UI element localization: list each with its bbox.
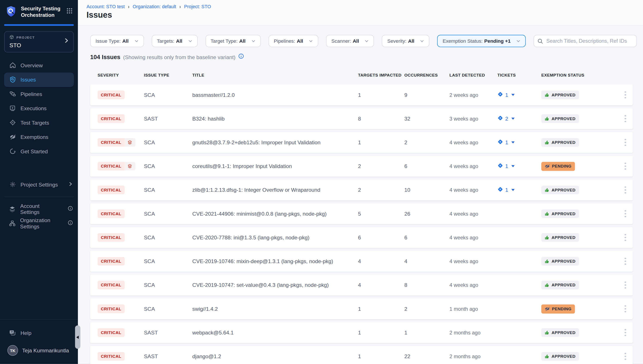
table-row[interactable]: CRITICAL SCA swig//1.4.2 1 2 1 month ago bbox=[90, 298, 633, 319]
issue-type: SAST bbox=[144, 116, 192, 122]
thumbs-up-icon bbox=[545, 116, 549, 121]
targets-impacted: 1 bbox=[358, 139, 404, 146]
exemption-status-badge: APPROVED bbox=[541, 328, 579, 337]
table-row[interactable]: CRITICAL SCA zlib@1:1.2.13.dfsg-1: Integ… bbox=[90, 180, 633, 200]
chevron-right-icon: › bbox=[180, 4, 181, 9]
sidebar-header: Security Testing Orchestration bbox=[0, 0, 78, 23]
table-row[interactable]: CRITICAL SCA bassmaster//1.2.0 1 9 2 wee… bbox=[90, 84, 633, 106]
svg-text:?: ? bbox=[11, 330, 13, 334]
info-icon[interactable] bbox=[238, 53, 244, 60]
user-menu[interactable]: TK Teja Kummarikuntla bbox=[0, 341, 78, 360]
severity-badge: CRITICAL bbox=[98, 138, 135, 147]
issue-type: SCA bbox=[144, 163, 192, 169]
module-grid-icon[interactable] bbox=[67, 8, 73, 16]
table-row[interactable]: CRITICAL SAST django@1.2 1 22 2 months a… bbox=[90, 346, 633, 364]
row-menu-button[interactable] bbox=[622, 328, 629, 338]
target-icon bbox=[9, 119, 16, 126]
row-menu-button[interactable] bbox=[622, 161, 629, 171]
sidebar-collapse-handle[interactable] bbox=[75, 326, 81, 349]
table-row[interactable]: CRITICAL SCA gnutls28@3.7.9-2+deb12u5: I… bbox=[90, 132, 633, 153]
severity-badge: CRITICAL bbox=[98, 210, 125, 218]
thumbs-up-icon bbox=[545, 92, 549, 98]
table-row[interactable]: CRITICAL SAST B324: hashlib 8 32 3 weeks… bbox=[90, 108, 633, 129]
sidebar-item-project-settings[interactable]: Project Settings bbox=[0, 177, 78, 192]
sidebar-item-organization-settings[interactable]: Organization Settings bbox=[0, 216, 78, 231]
sidebar-item-issues[interactable]: Issues bbox=[4, 72, 74, 87]
ticket-dropdown[interactable]: 2 bbox=[497, 115, 515, 122]
project-selector[interactable]: PROJECT STO bbox=[4, 31, 74, 52]
jira-ticket-icon bbox=[497, 139, 503, 146]
ticket-dropdown[interactable]: 1 bbox=[497, 162, 515, 170]
exemption-status-badge: APPROVED bbox=[541, 352, 579, 361]
table-row[interactable]: CRITICAL SCA CVE-2021-44906: minimist@0.… bbox=[90, 203, 633, 224]
filter-dropdown[interactable]: Exemption Status: Pending +1 bbox=[437, 35, 526, 47]
filter-dropdown[interactable]: Pipelines: All bbox=[268, 35, 318, 47]
targets-impacted: 5 bbox=[358, 211, 404, 217]
table-row[interactable]: CRITICAL SCA CVE-2019-10747: set-value@0… bbox=[90, 274, 633, 296]
breadcrumb-organization[interactable]: Organization: default bbox=[133, 4, 176, 9]
row-menu-button[interactable] bbox=[622, 304, 629, 314]
targets-impacted: 1 bbox=[358, 330, 404, 336]
info-icon[interactable] bbox=[68, 206, 73, 212]
row-menu-button[interactable] bbox=[622, 185, 629, 195]
filter-dropdown[interactable]: Target Type: All bbox=[205, 35, 261, 47]
col-last-detected: LAST DETECTED bbox=[449, 73, 497, 78]
exemption-status-badge: APPROVED bbox=[541, 233, 579, 242]
row-menu-button[interactable] bbox=[622, 209, 629, 219]
severity-badge: CRITICAL bbox=[98, 162, 135, 170]
row-menu-button[interactable] bbox=[622, 138, 629, 148]
thumbs-up-icon bbox=[545, 235, 549, 240]
filter-dropdown[interactable]: Severity: All bbox=[382, 35, 430, 47]
row-menu-button[interactable] bbox=[622, 352, 629, 362]
row-menu-button[interactable] bbox=[622, 256, 629, 266]
module-accent-bar bbox=[4, 24, 74, 26]
table-row[interactable]: CRITICAL SAST webpack@5.64.1 1 1 2 month… bbox=[90, 322, 633, 343]
severity-badge: CRITICAL bbox=[98, 186, 125, 194]
row-menu-button[interactable] bbox=[622, 114, 629, 124]
targets-impacted: 6 bbox=[358, 234, 404, 241]
col-severity: SEVERITY bbox=[98, 73, 144, 78]
table-row[interactable]: CRITICAL SCA CVE-2020-7788: ini@1.3.5 (l… bbox=[90, 227, 633, 248]
occurrences: 2 bbox=[404, 306, 449, 312]
sidebar-item-overview[interactable]: Overview bbox=[0, 58, 78, 72]
jira-ticket-icon bbox=[497, 91, 503, 98]
severity-badge: CRITICAL bbox=[98, 281, 125, 290]
chevron-down-icon bbox=[420, 39, 424, 43]
row-menu-button[interactable] bbox=[622, 280, 629, 290]
last-detected: 4 weeks ago bbox=[449, 282, 497, 288]
occurrences: 10 bbox=[404, 187, 449, 193]
issue-title: B324: hashlib bbox=[192, 116, 358, 122]
shield-search-icon bbox=[9, 76, 16, 83]
ticket-dropdown[interactable]: 1 bbox=[497, 91, 515, 98]
filter-dropdown[interactable]: Issue Type: All bbox=[90, 35, 144, 47]
ticket-dropdown[interactable]: 1 bbox=[497, 139, 515, 146]
thumbs-up-icon bbox=[545, 259, 549, 264]
info-icon[interactable] bbox=[68, 220, 73, 227]
sidebar-item-account-settings[interactable]: Account Settings bbox=[0, 202, 78, 216]
targets-impacted: 4 bbox=[358, 258, 404, 264]
sidebar-item-executions[interactable]: Executions bbox=[0, 101, 78, 115]
breadcrumb-project[interactable]: Project: STO bbox=[184, 4, 211, 9]
ticket-dropdown[interactable]: 1 bbox=[497, 186, 515, 194]
sidebar-footer: ? Help TK Teja Kummarikuntla bbox=[0, 319, 78, 364]
sto-logo-icon bbox=[5, 6, 17, 20]
filter-dropdown[interactable]: Scanner: All bbox=[326, 35, 374, 47]
breadcrumb-account[interactable]: Account: STO test bbox=[87, 4, 125, 9]
issue-title: CVE-2019-10747: set-value@0.4.3 (lang-pk… bbox=[192, 282, 358, 288]
row-menu-button[interactable] bbox=[622, 90, 629, 100]
sidebar-item-pipelines[interactable]: Pipelines bbox=[0, 87, 78, 101]
occurrences: 6 bbox=[404, 234, 449, 241]
row-menu-button[interactable] bbox=[622, 233, 629, 242]
sidebar-item-exemptions[interactable]: Exemptions bbox=[0, 130, 78, 144]
issue-type: SAST bbox=[144, 353, 192, 360]
sidebar-item-help[interactable]: ? Help bbox=[0, 325, 78, 341]
screen: Security Testing Orchestration bbox=[0, 0, 643, 364]
filter-dropdown[interactable]: Targets: All bbox=[152, 35, 197, 47]
sidebar-item-test-targets[interactable]: Test Targets bbox=[0, 115, 78, 130]
exemption-status-badge: PENDING bbox=[541, 304, 575, 313]
search-input[interactable] bbox=[534, 35, 637, 47]
sidebar-item-get-started[interactable]: Get Started bbox=[0, 144, 78, 158]
gear-icon bbox=[9, 181, 16, 188]
table-row[interactable]: CRITICAL SCA CVE-2019-10746: mixin-deep@… bbox=[90, 251, 633, 272]
table-row[interactable]: CRITICAL SCA coreutils@9.1-1: Improper I… bbox=[90, 156, 633, 176]
